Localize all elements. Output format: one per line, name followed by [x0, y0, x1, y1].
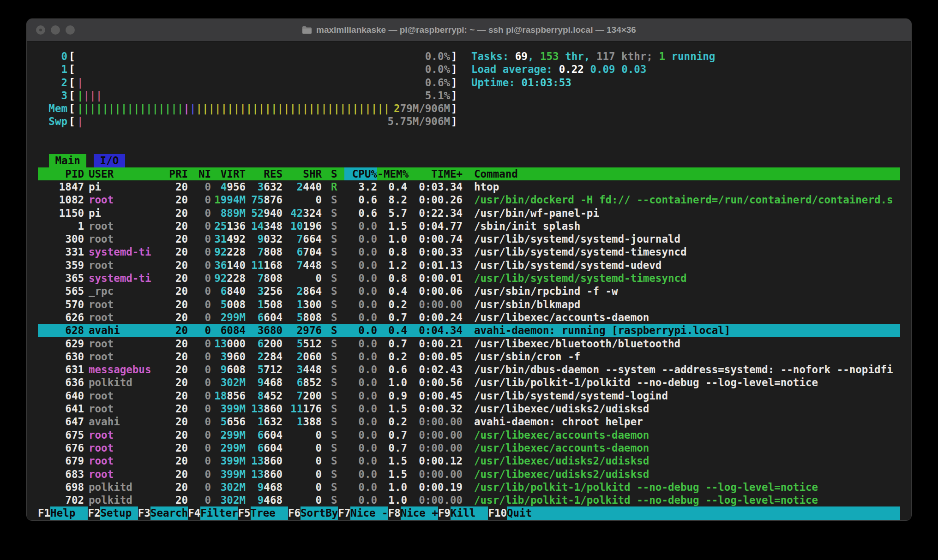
process-row-1082[interactable]: 1082root2001994M758760S0.68.20:00.26/usr…	[38, 193, 900, 206]
process-row-676[interactable]: 676root200299M66040S0.00.70:00.00/usr/li…	[38, 441, 900, 454]
cell-time: 0:00.21	[38, 337, 463, 350]
process-row-683[interactable]: 683root200399M138600S0.01.50:00.00/usr/l…	[38, 468, 900, 481]
fkey-f7[interactable]: F7	[338, 506, 350, 519]
fkey-f10[interactable]: F10	[488, 506, 507, 519]
fkey-f5[interactable]: F5	[238, 506, 251, 519]
process-row-365[interactable]: 365systemd-ti2009222878080S0.00.80:00.01…	[38, 272, 900, 285]
process-row-300[interactable]: 300root2003149290327664S0.01.00:00.74/us…	[38, 232, 900, 245]
cell-time: 0:00.00	[38, 441, 463, 454]
process-row-628[interactable]: 628avahi200608436802976S0.00.40:04.34ava…	[38, 324, 900, 337]
process-row-641[interactable]: 641root200399M1386011176S0.01.50:00.32/u…	[38, 402, 900, 415]
window-titlebar[interactable]: maximiliankaske — pi@raspberrypi: ~ — ss…	[27, 19, 911, 42]
fkey-label-filter[interactable]: Filter	[200, 506, 238, 519]
fkey-f9[interactable]: F9	[438, 506, 451, 519]
meter-close-bracket: ]	[451, 50, 457, 63]
process-row-1847[interactable]: 1847pi200495636322440R3.20.40:03.34htop	[38, 180, 900, 193]
fkey-f4[interactable]: F4	[188, 506, 200, 519]
process-row-359[interactable]: 359root20036140111687448S0.01.20:01.13/u…	[38, 259, 900, 272]
cell-time: 0:00.32	[38, 402, 463, 415]
process-row-1[interactable]: 1root200251361434810196S0.01.50:04.77/sb…	[38, 220, 900, 232]
process-row-630[interactable]: 630root200396022842060S0.00.20:00.05/usr…	[38, 350, 900, 363]
summary-info-line: Load average: 0.22 0.09 0.03	[471, 63, 646, 76]
fkey-label-sortby[interactable]: SortBy	[301, 506, 338, 519]
fkey-label-nice-[interactable]: Nice -	[350, 506, 388, 519]
cell-time: 0:04.77	[38, 220, 463, 232]
fkey-label-search[interactable]: Search	[150, 506, 188, 519]
cell-time: 0:00.00	[38, 298, 463, 311]
window-title-text: maximiliankaske — pi@raspberrypi: ~ — ss…	[316, 25, 636, 35]
cell-time: 0:04.34	[38, 324, 463, 337]
cell-time: 0:00.12	[38, 454, 463, 467]
process-row-640[interactable]: 640root2001885684527200S0.00.90:00.45/us…	[38, 389, 900, 402]
close-button[interactable]	[36, 25, 45, 35]
minimize-button[interactable]	[51, 25, 60, 35]
process-row-565[interactable]: 565_rpc200684032562864S0.00.40:00.06/usr…	[38, 285, 900, 298]
cell-command: /sbin/init splash	[474, 220, 580, 232]
cell-command: /usr/libexec/udisks2/udisksd	[474, 468, 649, 481]
fkey-label-quit[interactable]: Quit	[507, 506, 900, 519]
cell-command: /usr/lib/polkit-1/polkitd --no-debug --l…	[474, 494, 818, 506]
cell-time: 0:00.26	[38, 193, 463, 206]
htop-terminal[interactable]: 0[0.0%]Tasks: 69, 153 thr, 117 kthr; 1 r…	[27, 42, 911, 521]
meter-value: 5.1%	[38, 89, 450, 102]
meter-value: 5.75M/906M	[38, 115, 450, 128]
cell-time: 0:00.33	[38, 245, 463, 258]
fkey-label-tree[interactable]: Tree	[251, 506, 288, 519]
tab-main[interactable]: Main	[49, 154, 86, 167]
fkey-f1[interactable]: F1	[38, 506, 50, 519]
process-row-636[interactable]: 636polkitd200302M94686852S0.01.00:00.56/…	[38, 376, 900, 389]
fkey-label-kill[interactable]: Kill	[451, 506, 488, 519]
process-row-626[interactable]: 626root200299M66045808S0.00.70:00.24/usr…	[38, 311, 900, 324]
fkey-f6[interactable]: F6	[288, 506, 301, 519]
process-row-679[interactable]: 679root200399M138600S0.01.50:00.12/usr/l…	[38, 454, 900, 467]
cell-command: /usr/sbin/blkmapd	[474, 298, 580, 311]
column-header-time[interactable]: TIME+	[38, 167, 463, 180]
cell-command: /usr/libexec/bluetooth/bluetoothd	[474, 337, 680, 350]
meter-close-bracket: ]	[451, 102, 457, 115]
traffic-lights	[36, 25, 75, 35]
meter-row-0: 0[0.0%]Tasks: 69, 153 thr, 117 kthr; 1 r…	[38, 50, 900, 63]
fkey-label-help[interactable]: Help	[50, 506, 88, 519]
process-row-647[interactable]: 647avahi200565616321388S0.00.20:00.00ava…	[38, 415, 900, 428]
cell-command: /usr/sbin/rpcbind -f -w	[474, 285, 618, 298]
cell-time: 0:00.06	[38, 285, 463, 298]
process-row-1150[interactable]: 1150pi200889M5294042324S0.65.70:22.34/us…	[38, 207, 900, 220]
cell-command: /usr/sbin/cron -f	[474, 350, 580, 363]
process-row-698[interactable]: 698polkitd200302M94680S0.01.00:00.19/usr…	[38, 481, 900, 494]
process-row-631[interactable]: 631messagebus200960857123448S0.00.60:02.…	[38, 363, 900, 376]
process-row-675[interactable]: 675root200299M66040S0.00.70:00.00/usr/li…	[38, 429, 900, 441]
cell-command: /usr/lib/systemd/systemd-journald	[474, 232, 680, 245]
fkey-label-setup[interactable]: Setup	[100, 506, 138, 519]
meter-value: 0.0%	[38, 63, 450, 76]
meter-row-swp: Swp[|5.75M/906M]	[38, 115, 900, 128]
cell-time: 0:22.34	[38, 207, 463, 220]
cell-time: 0:00.19	[38, 481, 463, 494]
terminal-window: maximiliankaske — pi@raspberrypi: ~ — ss…	[26, 18, 912, 521]
fkey-f8[interactable]: F8	[388, 506, 401, 519]
table-header-row: PIDUSERPRINIVIRTRESSHRSCPU%-MEM%TIME+Com…	[38, 167, 900, 180]
process-row-570[interactable]: 570root200500815081300S0.00.20:00.00/usr…	[38, 298, 900, 311]
meter-value: 0.6%	[38, 76, 450, 89]
desktop: maximiliankaske — pi@raspberrypi: ~ — ss…	[0, 0, 938, 560]
cell-command: /usr/bin/dockerd -H fd:// --containerd=/…	[474, 193, 893, 206]
cell-time: 0:00.00	[38, 415, 463, 428]
tab-io[interactable]: I/O	[94, 154, 125, 167]
blank-row	[38, 141, 900, 154]
summary-info-line: Uptime: 01:03:53	[471, 76, 571, 89]
cell-time: 0:01.13	[38, 259, 463, 272]
meter-close-bracket: ]	[451, 89, 457, 102]
cell-command: /usr/lib/systemd/systemd-udevd	[474, 259, 661, 272]
fkey-f3[interactable]: F3	[138, 506, 150, 519]
process-row-629[interactable]: 629root2001300062005512S0.00.70:00.21/us…	[38, 337, 900, 350]
zoom-button[interactable]	[66, 25, 75, 35]
process-row-702[interactable]: 702polkitd200302M94680S0.01.00:00.00/usr…	[38, 494, 900, 506]
meter-row-2: 2[|0.6%]Uptime: 01:03:53	[38, 76, 900, 89]
cell-command: /usr/libexec/udisks2/udisksd	[474, 402, 649, 415]
screen-tabs-row: Main I/O	[38, 154, 900, 167]
fkey-label-nice-[interactable]: Nice +	[401, 506, 438, 519]
process-row-331[interactable]: 331systemd-ti2009222878086704S0.00.80:00…	[38, 245, 900, 258]
window-title: maximiliankaske — pi@raspberrypi: ~ — ss…	[302, 25, 636, 35]
fkey-f2[interactable]: F2	[88, 506, 100, 519]
column-header-command[interactable]: Command	[474, 167, 518, 180]
blank-row	[38, 128, 900, 141]
